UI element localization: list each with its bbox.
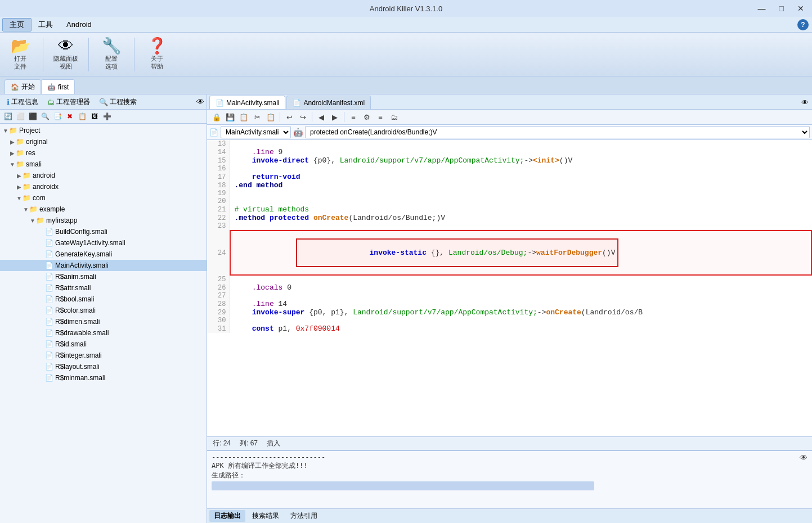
panel-tab-project-manager[interactable]: 🗂 工程管理器: [43, 96, 95, 108]
code-line-22: 22 .method protected onCreate(Landroid/o…: [207, 214, 812, 222]
maximize-button[interactable]: □: [776, 3, 787, 14]
copy-tree-button[interactable]: 📋: [77, 111, 88, 122]
help-icon[interactable]: ?: [797, 19, 809, 30]
add-button[interactable]: ➕: [101, 111, 113, 122]
tree-item-label: smali: [26, 160, 42, 168]
window-controls: — □ ✕: [755, 0, 807, 17]
back-button[interactable]: ◀: [315, 111, 328, 123]
decompile-button[interactable]: 🗂: [388, 111, 400, 123]
menu-item-tools[interactable]: 工具: [32, 18, 60, 31]
tree-item-rcolor[interactable]: 📄 R$color.smali: [0, 305, 207, 316]
tree-item-res[interactable]: ▶ 📁 res: [0, 147, 207, 159]
editor-tab-mainactivity[interactable]: 📄 MainActivity.smali: [209, 96, 285, 109]
search-tree-button[interactable]: 🔍: [39, 111, 51, 122]
tree-item-rdrawable[interactable]: 📄 R$drawable.smali: [0, 327, 207, 339]
folder-icon: 📁: [23, 183, 31, 191]
close-button[interactable]: ✕: [794, 3, 807, 14]
file-icon-selector: 📄: [209, 128, 218, 137]
menu-item-android[interactable]: Android: [60, 18, 98, 31]
lock-button[interactable]: 🔒: [210, 111, 223, 123]
panel-eye-button[interactable]: 👁: [196, 97, 204, 106]
minimize-button[interactable]: —: [755, 3, 769, 14]
tab-first[interactable]: 🤖 first: [41, 79, 75, 94]
open-button[interactable]: 📂 打开文件: [5, 35, 36, 74]
tree-item-rbool[interactable]: 📄 R$bool.smali: [0, 294, 207, 305]
insert-mode: 插入: [267, 439, 280, 448]
cut-button[interactable]: ✂: [251, 111, 263, 123]
panel-tab-project-search[interactable]: 🔍 工程搜索: [95, 96, 141, 108]
tree-item-rattr[interactable]: 📄 R$attr.smali: [0, 282, 207, 294]
editor-tab-manifest[interactable]: 📄 AndroidManifest.xml: [286, 96, 371, 109]
tree-item-androidx[interactable]: ▶ 📁 androidx: [0, 181, 207, 192]
eye-icon: 👁: [58, 38, 74, 54]
editor-eye-button[interactable]: 👁: [800, 97, 810, 108]
code-table: 13 14 .line 9 15 invoke-direct {p0}, Lan…: [207, 140, 812, 333]
bookmark-button[interactable]: 📑: [52, 111, 63, 122]
tree-item-myfirstapp[interactable]: ▼ 📁 myfirstapp: [0, 215, 207, 226]
save-button[interactable]: 💾: [224, 111, 236, 123]
stop-button[interactable]: ⬛: [27, 111, 38, 122]
bottom-tab-method[interactable]: 方法引用: [286, 510, 322, 522]
tree-item-rminman[interactable]: 📄 R$minman.smali: [0, 372, 207, 384]
panel-tab-project-info[interactable]: ℹ 工程信息: [2, 96, 43, 108]
row-status: 行: 24: [213, 439, 231, 448]
collapse-button[interactable]: ⬜: [15, 111, 26, 122]
bottom-tab-log[interactable]: 日志输出: [209, 510, 245, 522]
col-status: 列: 67: [240, 439, 258, 448]
ed-sep-2: [312, 112, 312, 122]
tree-item-rlayout[interactable]: 📄 R$layout.smali: [0, 361, 207, 372]
about-button[interactable]: ❓ 关于帮助: [141, 35, 173, 74]
format-button[interactable]: ≡: [347, 111, 360, 123]
hide-panel-button[interactable]: 👁 隐藏面板视图: [50, 35, 82, 74]
file-tree[interactable]: ▼ 📁 Project ▶ 📁 original ▶ 📁 res ▼ 📁 sm: [0, 124, 207, 523]
file-icon: 📄: [45, 228, 53, 236]
method-dropdown[interactable]: protected onCreate(Landroid/os/Bundle;)V: [305, 126, 810, 138]
ed-sep-3: [344, 112, 344, 122]
tree-item-smali[interactable]: ▼ 📁 smali: [0, 159, 207, 170]
paste-button[interactable]: 📋: [264, 111, 277, 123]
ed-sep-1: [280, 112, 280, 122]
log-line-2: 生成路径：: [212, 471, 807, 480]
tree-item-gateway[interactable]: 📄 GateWay1Activity.smali: [0, 237, 207, 249]
tree-item-rinteger[interactable]: 📄 R$integer.smali: [0, 350, 207, 361]
file-dropdown[interactable]: MainActivity.smali: [221, 126, 291, 138]
tree-item-generatekey[interactable]: 📄 GenerateKey.smali: [0, 249, 207, 260]
redo-button[interactable]: ↪: [297, 111, 309, 123]
bottom-panel: 👁 ---------------------------- APK 所有编译工…: [207, 450, 812, 523]
file-icon: 📄: [45, 295, 53, 303]
config-icon: 🔧: [102, 38, 122, 54]
forward-button[interactable]: ▶: [329, 111, 341, 123]
undo-button[interactable]: ↩: [283, 111, 295, 123]
eye-bottom[interactable]: 👁: [800, 453, 807, 462]
tree-item-example[interactable]: ▼ 📁 example: [0, 204, 207, 215]
tab-bar: 🏠 开始 🤖 first: [0, 76, 812, 94]
expand-arrow: ▶: [16, 184, 23, 190]
tree-item-label: myfirstapp: [46, 217, 77, 224]
tree-item-label: android: [33, 172, 55, 179]
refresh-button[interactable]: 🔄: [2, 111, 14, 122]
tree-item-android[interactable]: ▶ 📁 android: [0, 170, 207, 181]
menu-item-home[interactable]: 主页: [2, 18, 32, 31]
home-icon: 🏠: [11, 83, 19, 91]
tree-item-rid[interactable]: 📄 R$id.smali: [0, 339, 207, 350]
tree-item-ranim[interactable]: 📄 R$anim.smali: [0, 271, 207, 282]
tree-item-com[interactable]: ▼ 📁 com: [0, 192, 207, 204]
tree-item-rdimen[interactable]: 📄 R$dimen.smali: [0, 316, 207, 327]
copy-ed-button[interactable]: 📋: [237, 111, 250, 123]
code-area[interactable]: 13 14 .line 9 15 invoke-direct {p0}, Lan…: [207, 140, 812, 436]
indent-button[interactable]: ≡: [374, 111, 387, 123]
tree-item-buildconfig[interactable]: 📄 BuildConfig.smali: [0, 226, 207, 237]
code-line-14: 14 .line 9: [207, 148, 812, 156]
tree-item-label: R$dimen.smali: [55, 318, 100, 326]
tree-item-original[interactable]: ▶ 📁 original: [0, 136, 207, 147]
tree-item-project[interactable]: ▼ 📁 Project: [0, 125, 207, 136]
compile-button[interactable]: ⚙: [361, 111, 373, 123]
tab-home[interactable]: 🏠 开始: [5, 79, 41, 94]
delete-button[interactable]: ✖: [64, 111, 75, 122]
tree-item-mainactivity[interactable]: 📄 MainActivity.smali: [0, 260, 207, 271]
folder-icon: 📁: [16, 149, 24, 157]
config-button[interactable]: 🔧 配置选项: [96, 35, 127, 74]
image-button[interactable]: 🖼: [89, 111, 100, 122]
file-icon: 📄: [45, 351, 53, 359]
bottom-tab-search[interactable]: 搜索结果: [248, 510, 284, 522]
